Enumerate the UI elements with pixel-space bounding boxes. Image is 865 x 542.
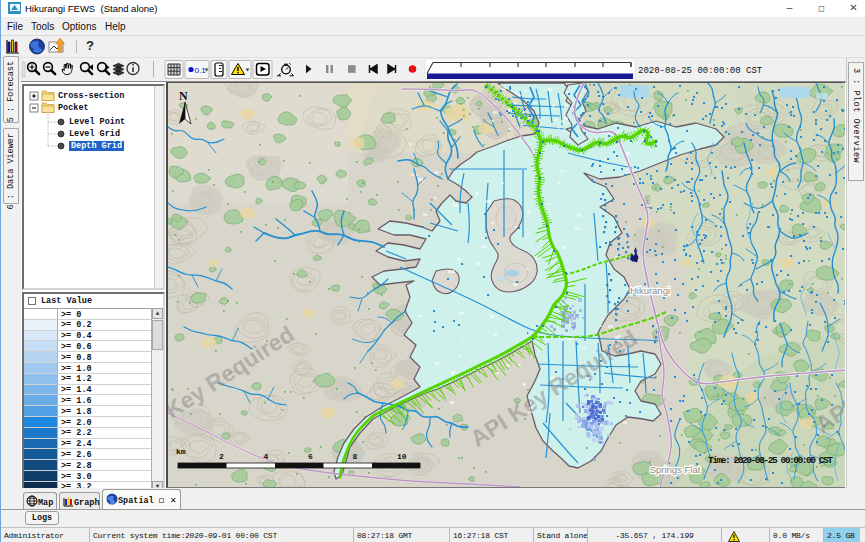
svg-text:2020-08-25 00:00:00 CST: 2020-08-25 00:00:00 CST [638, 66, 763, 76]
svg-text:6: 6 [308, 452, 313, 461]
svg-text:2: 2 [219, 452, 224, 461]
svg-text:Springs Flat: Springs Flat [650, 464, 701, 475]
svg-text:4: 4 [264, 452, 269, 461]
svg-text:Time: 2020-08-25 00:00:00 CST: Time: 2020-08-25 00:00:00 CST [708, 455, 833, 466]
svg-text:10: 10 [397, 452, 407, 461]
svg-text:km: km [176, 447, 186, 456]
svg-text:0.1: 0.1 [195, 66, 207, 75]
svg-text:SH 1: SH 1 [644, 195, 651, 210]
svg-text:Hikurangi: Hikurangi [630, 285, 670, 296]
svg-text:8: 8 [353, 452, 358, 461]
svg-text:N: N [179, 89, 188, 103]
